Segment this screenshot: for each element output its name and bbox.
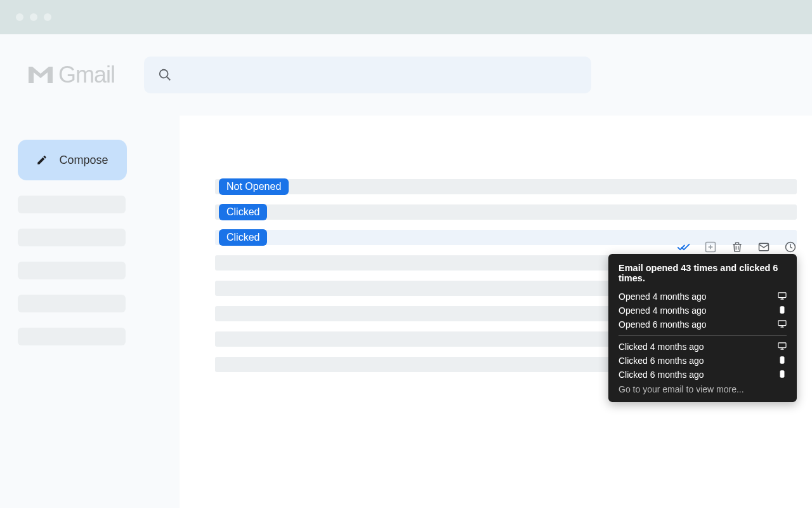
mail-icon[interactable] [757, 241, 770, 253]
row-action-bar [678, 241, 797, 253]
window-dot [30, 13, 37, 21]
tooltip-entry-text: Opened 6 months ago [619, 319, 707, 330]
tooltip-entry-text: Clicked 6 months ago [619, 370, 704, 380]
tooltip-more: Go to your email to view more... [619, 382, 787, 394]
status-badge: Not Opened [219, 178, 289, 195]
window-dot [16, 13, 23, 21]
sidebar-item-placeholder [18, 196, 126, 213]
archive-icon[interactable] [704, 241, 717, 253]
clock-icon[interactable] [784, 241, 797, 253]
header: Gmail [0, 34, 812, 116]
tooltip-entry: Clicked 6 months ago [619, 354, 787, 368]
svg-rect-16 [778, 343, 786, 348]
sidebar-item-placeholder [18, 229, 126, 246]
svg-rect-19 [780, 357, 784, 364]
gmail-logo: Gmail [27, 62, 115, 88]
desktop-icon [778, 342, 787, 352]
mobile-icon [778, 356, 787, 366]
mobile-icon [778, 305, 787, 316]
main: Compose Not Opened Clicked Clicked ur pr… [0, 116, 812, 508]
svg-rect-12 [780, 307, 784, 314]
tooltip-entry: Clicked 6 months ago [619, 368, 787, 382]
tooltip-title: Email opened 43 times and clicked 6 time… [619, 263, 787, 283]
tooltip-divider [619, 335, 787, 336]
status-badge: Clicked [219, 204, 267, 220]
email-row[interactable]: Clicked [215, 204, 797, 220]
gmail-logo-text: Gmail [58, 62, 115, 88]
tooltip-entry-text: Clicked 4 months ago [619, 342, 704, 352]
tooltip-entry-text: Opened 4 months ago [619, 291, 707, 302]
svg-rect-20 [780, 371, 784, 378]
pencil-icon [36, 154, 48, 166]
desktop-icon [778, 319, 787, 330]
tracking-tooltip: Email opened 43 times and clicked 6 time… [608, 254, 797, 402]
doublecheck-icon[interactable] [678, 241, 690, 253]
tooltip-entry-text: Opened 4 months ago [619, 305, 707, 316]
svg-point-0 [160, 70, 168, 78]
sidebar-item-placeholder [18, 328, 126, 345]
desktop-icon [778, 291, 787, 302]
sidebar-item-placeholder [18, 295, 126, 312]
svg-rect-9 [778, 293, 786, 298]
window-titlebar [0, 0, 812, 34]
svg-line-1 [167, 77, 171, 81]
search-input[interactable] [144, 57, 591, 93]
window-dot [44, 13, 51, 21]
status-badge: Clicked [219, 229, 267, 246]
svg-rect-13 [778, 321, 786, 326]
email-row[interactable]: Not Opened [215, 179, 797, 194]
sidebar: Compose [0, 116, 180, 508]
compose-label: Compose [59, 154, 108, 167]
tooltip-entry: Opened 4 months ago [619, 290, 787, 304]
trash-icon[interactable] [731, 241, 743, 253]
compose-button[interactable]: Compose [18, 140, 127, 180]
email-list: Not Opened Clicked Clicked ur privacy...… [180, 116, 812, 508]
mobile-icon [778, 370, 787, 380]
gmail-m-icon [27, 64, 55, 86]
tooltip-entry: Opened 6 months ago [619, 318, 787, 331]
tooltip-entry: Opened 4 months ago [619, 304, 787, 318]
tooltip-entry: Clicked 4 months ago [619, 340, 787, 354]
tooltip-entry-text: Clicked 6 months ago [619, 356, 704, 366]
search-icon [158, 68, 172, 82]
sidebar-item-placeholder [18, 262, 126, 279]
